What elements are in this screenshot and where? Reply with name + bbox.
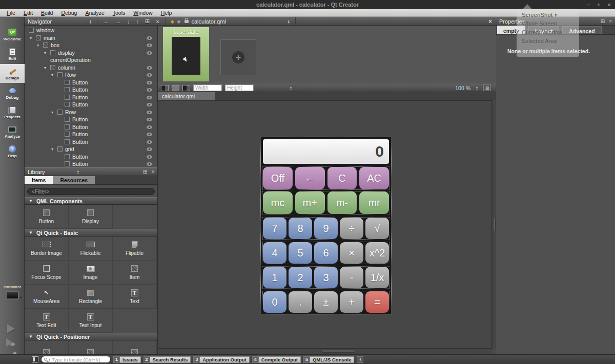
tree-item-Row[interactable]: ▾Row — [25, 109, 157, 116]
calc-button-Off[interactable]: Off — [263, 167, 293, 189]
tree-item-Button[interactable]: Button — [25, 101, 157, 109]
library-tab-items[interactable]: Items — [25, 176, 53, 184]
kit-selector[interactable]: calculator — [0, 285, 25, 299]
close-library-icon[interactable]: × — [151, 169, 154, 175]
visibility-eye-icon[interactable] — [147, 103, 152, 106]
calc-button-x^2[interactable]: x^2 — [365, 242, 389, 264]
calc-button-×[interactable]: × — [340, 242, 363, 264]
calc-button-÷[interactable]: ÷ — [340, 218, 363, 239]
vertical-scroll-handle[interactable] — [493, 218, 496, 231]
calc-button-1[interactable]: 1 — [263, 267, 286, 288]
library-item-mousearea[interactable]: ↖MouseArea — [25, 285, 69, 309]
go-down-icon[interactable]: ↓ — [124, 18, 133, 25]
close-pane-icon[interactable]: × — [488, 18, 492, 25]
visibility-eye-icon[interactable] — [147, 162, 152, 166]
calc-button-3[interactable]: 3 — [314, 267, 338, 288]
snap-to-guides-icon[interactable] — [172, 85, 179, 91]
library-item-text-edit[interactable]: TText Edit — [25, 309, 69, 333]
base-state-tile[interactable]: base state — [163, 27, 209, 81]
visibility-eye-icon[interactable] — [147, 118, 152, 121]
calc-button-C[interactable]: C — [327, 167, 357, 189]
menu-file[interactable]: File — [3, 10, 19, 16]
tree-item-window[interactable]: window — [25, 27, 157, 34]
expand-arrow-icon[interactable]: ▾ — [44, 51, 46, 55]
root-height-input[interactable]: Height — [225, 84, 254, 91]
expand-arrow-icon[interactable]: ▾ — [51, 147, 53, 152]
calc-button-8[interactable]: 8 — [289, 218, 312, 239]
canvas-vertical-scrollbar[interactable] — [492, 100, 496, 349]
search-dropdown-icon[interactable]: ▾ — [49, 358, 50, 361]
expand-arrow-icon[interactable]: ▾ — [51, 110, 53, 115]
collapse-arrow-icon[interactable]: ▼ — [29, 334, 33, 339]
calc-button-.[interactable]: . — [289, 291, 312, 313]
output-pane-qml-js-console[interactable]: 5QML/JS Console — [303, 356, 354, 363]
collapse-arrow-icon[interactable]: ▼ — [29, 199, 33, 203]
visibility-eye-icon[interactable] — [147, 73, 152, 77]
add-state-tile[interactable]: + — [220, 39, 256, 75]
zoom-stepper[interactable]: ▲▼ — [476, 86, 478, 90]
calc-button-2[interactable]: 2 — [289, 267, 312, 288]
menu-tools[interactable]: Tools — [109, 10, 129, 16]
document-combo-icon[interactable]: ▲▼ — [288, 19, 290, 24]
minimize-button[interactable]: – — [587, 2, 590, 8]
screenshot-option-selected-area[interactable]: Selected Area — [517, 36, 579, 45]
close-button[interactable]: × — [608, 2, 611, 8]
show-bounding-rects-icon[interactable] — [161, 85, 169, 91]
horizontal-scroll-handle[interactable] — [321, 350, 355, 353]
split-pane-icon[interactable]: ⊞ — [143, 169, 147, 175]
collapse-arrow-icon[interactable]: ▼ — [29, 230, 33, 235]
menu-window[interactable]: Window — [130, 10, 156, 16]
tree-item-Button[interactable]: Button — [25, 116, 157, 123]
go-back-icon[interactable]: ← — [100, 18, 112, 25]
library-item-item[interactable]: Item — [113, 261, 157, 285]
library-item-positioner[interactable] — [113, 340, 157, 354]
calc-button--[interactable]: - — [340, 267, 363, 288]
calc-button-9[interactable]: 9 — [314, 218, 338, 239]
locate-input[interactable]: ▾ Type to locate (Ctrl+K) — [41, 356, 111, 363]
tree-item-Row[interactable]: ▾Row — [25, 71, 157, 79]
library-item-border-image[interactable]: Border Image — [25, 237, 69, 261]
tree-item-Button[interactable]: Button — [25, 160, 157, 167]
calc-button-←[interactable]: ← — [295, 167, 325, 189]
tree-item-grid[interactable]: ▾grid — [25, 145, 157, 153]
expand-arrow-icon[interactable]: ▾ — [51, 73, 53, 77]
screenshot-popup-title[interactable]: ScreenShot ▲▼ — [517, 9, 579, 19]
library-combo-icon[interactable]: ▲▼ — [77, 170, 79, 174]
calculator-display[interactable]: 0 — [263, 139, 389, 164]
go-forward-icon[interactable]: → — [112, 18, 124, 25]
menu-edit[interactable]: Edit — [20, 10, 36, 16]
visibility-eye-icon[interactable] — [147, 125, 152, 129]
run-button[interactable] — [7, 324, 15, 333]
expand-arrow-icon[interactable]: ▾ — [44, 66, 46, 70]
size-combo-icon[interactable]: ▲▼ — [290, 86, 292, 90]
calculator-root-item[interactable]: 0 Off←CACmcm+m-mr789÷√456×x^2123-1/x0.±+… — [261, 137, 391, 314]
library-filter-input[interactable]: <Filter> — [27, 188, 155, 195]
calc-button-=[interactable]: = — [365, 291, 389, 313]
navigator-pane-combo-icon[interactable]: ▲▼ — [89, 19, 92, 24]
root-width-input[interactable]: Width — [193, 84, 222, 91]
close-doc-icon[interactable]: × — [153, 18, 162, 25]
output-pane-compile-output[interactable]: 4Compile Output — [252, 356, 301, 363]
library-item-flipable[interactable]: Flipable — [113, 237, 157, 261]
calc-button-6[interactable]: 6 — [314, 242, 338, 264]
visibility-eye-icon[interactable] — [147, 66, 152, 70]
split-icon[interactable]: ⊞ — [142, 18, 153, 25]
mode-design[interactable]: Design — [0, 64, 25, 83]
tree-item-Button[interactable]: Button — [25, 94, 157, 101]
tree-item-Button[interactable]: Button — [25, 153, 157, 161]
go-up-icon[interactable]: ↑ — [133, 18, 142, 25]
mode-projects[interactable]: Projects — [0, 103, 25, 122]
library-item-positioner[interactable] — [25, 340, 69, 354]
tree-item-display[interactable]: ▾display — [25, 49, 157, 57]
library-item-flickable[interactable]: Flickable — [69, 237, 113, 261]
debug-run-button[interactable] — [6, 338, 15, 347]
mode-help[interactable]: ?Help — [0, 142, 25, 161]
calc-button-4[interactable]: 4 — [263, 242, 286, 264]
bookmark-gold-icon[interactable]: ◆ — [169, 19, 176, 24]
output-pane-application-output[interactable]: 3Application Output — [193, 356, 250, 363]
mode-edit[interactable]: Edit — [0, 45, 25, 63]
screenshot-combo-icon[interactable]: ▲▼ — [555, 13, 557, 17]
document-selector[interactable]: ◆ ◆ calculator.qml ▲▼ — [166, 17, 296, 25]
mode-analyze[interactable]: Analyze — [0, 122, 25, 141]
screenshot-option-whole-screen[interactable]: Whole Screen — [517, 19, 579, 28]
